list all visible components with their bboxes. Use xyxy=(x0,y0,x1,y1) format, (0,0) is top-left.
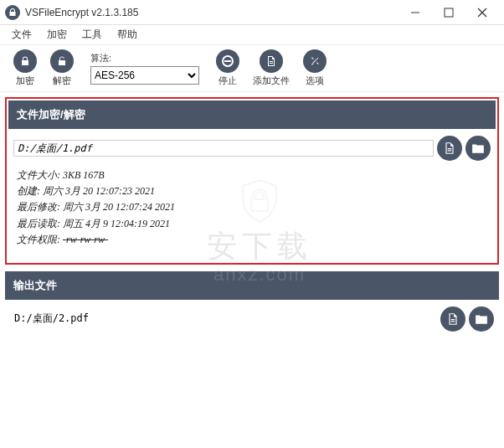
tools-icon xyxy=(303,49,327,73)
menu-help[interactable]: 帮助 xyxy=(111,25,144,44)
file-info-block: 文件大小: 3KB 167B 创建: 周六 3月 20 12:07:23 202… xyxy=(8,162,496,256)
stop-icon xyxy=(216,49,239,73)
decrypt-button[interactable]: 解密 xyxy=(45,49,79,89)
app-icon xyxy=(5,5,20,20)
menu-bar: 文件 加密 工具 帮助 xyxy=(0,25,504,45)
add-file-label: 添加文件 xyxy=(253,75,290,87)
input-folder-button[interactable] xyxy=(465,136,491,161)
output-folder-button[interactable] xyxy=(469,306,494,332)
svg-rect-1 xyxy=(445,8,453,17)
encrypt-label: 加密 xyxy=(16,75,34,87)
menu-tools[interactable]: 工具 xyxy=(75,25,109,44)
input-file-path[interactable] xyxy=(13,140,434,157)
toolbar: 加密 解密 算法: AES-256 停止 添加文件 选项 xyxy=(0,45,504,92)
output-file-path[interactable] xyxy=(10,311,437,327)
options-label: 选项 xyxy=(306,75,324,87)
stop-label: 停止 xyxy=(219,75,237,87)
output-section-header: 输出文件 xyxy=(5,271,499,300)
input-section-header: 文件加密/解密 xyxy=(8,100,496,129)
algorithm-group: 算法: AES-256 xyxy=(90,52,199,85)
folder-icon xyxy=(475,312,488,326)
input-doc-button[interactable] xyxy=(437,136,462,161)
stop-button[interactable]: 停止 xyxy=(211,49,244,89)
title-bar: VSFileEncrypt v2.1.3.185 xyxy=(0,0,504,25)
window-title: VSFileEncrypt v2.1.3.185 xyxy=(25,7,399,18)
menu-encrypt[interactable]: 加密 xyxy=(40,25,74,44)
decrypt-label: 解密 xyxy=(53,75,71,87)
document-icon xyxy=(260,49,283,73)
close-button[interactable] xyxy=(465,0,499,25)
menu-file[interactable]: 文件 xyxy=(5,25,39,44)
input-file-row xyxy=(8,134,496,162)
algorithm-select[interactable]: AES-256 xyxy=(90,66,199,85)
output-file-row xyxy=(5,300,499,338)
document-icon xyxy=(443,142,456,155)
lock-closed-icon xyxy=(13,49,37,73)
input-panel-highlighted: 文件加密/解密 文件大小: 3KB 167B 创建: 周六 3月 20 12:0… xyxy=(5,97,499,265)
algorithm-label: 算法: xyxy=(90,52,199,64)
document-icon xyxy=(446,312,460,326)
output-panel: 输出文件 xyxy=(5,271,499,338)
maximize-button[interactable] xyxy=(432,0,465,25)
input-section-body: 文件大小: 3KB 167B 创建: 周六 3月 20 12:07:23 202… xyxy=(8,129,496,261)
add-file-button[interactable]: 添加文件 xyxy=(248,49,295,89)
output-doc-button[interactable] xyxy=(440,306,465,332)
content-area: 文件加密/解密 文件大小: 3KB 167B 创建: 周六 3月 20 12:0… xyxy=(0,92,504,343)
encrypt-button[interactable]: 加密 xyxy=(8,49,42,89)
lock-open-icon xyxy=(50,49,74,73)
options-button[interactable]: 选项 xyxy=(298,49,332,89)
minimize-button[interactable] xyxy=(399,0,432,25)
folder-icon xyxy=(471,142,485,155)
